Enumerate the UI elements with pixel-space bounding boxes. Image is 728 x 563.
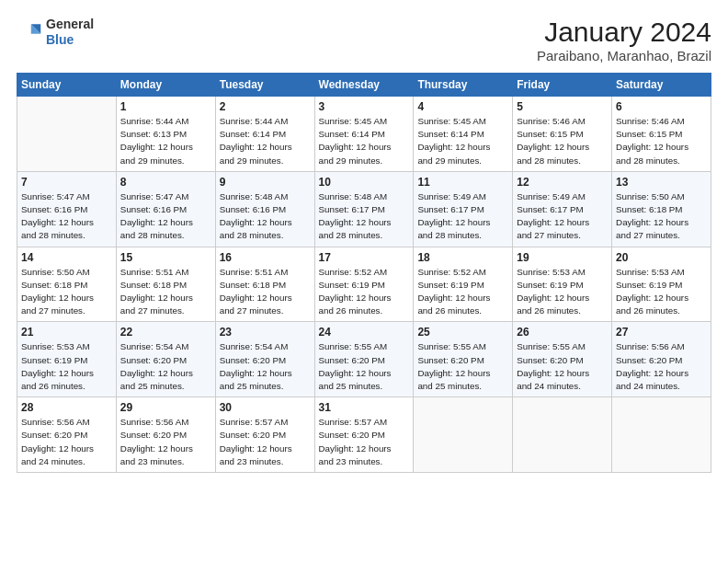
day-number: 28 bbox=[21, 401, 112, 414]
day-number: 5 bbox=[517, 100, 608, 113]
day-cell-23: 23Sunrise: 5:54 AM Sunset: 6:20 PM Dayli… bbox=[215, 322, 314, 397]
title-block: January 2024 Paraibano, Maranhao, Brazil bbox=[537, 17, 711, 63]
day-number: 31 bbox=[319, 401, 410, 414]
day-number: 14 bbox=[21, 251, 112, 264]
day-cell-11: 11Sunrise: 5:49 AM Sunset: 6:17 PM Dayli… bbox=[414, 171, 513, 247]
day-cell-12: 12Sunrise: 5:49 AM Sunset: 6:17 PM Dayli… bbox=[513, 171, 612, 247]
day-info: Sunrise: 5:47 AM Sunset: 6:16 PM Dayligh… bbox=[21, 190, 112, 243]
day-cell-13: 13Sunrise: 5:50 AM Sunset: 6:18 PM Dayli… bbox=[612, 171, 711, 247]
column-header-monday: Monday bbox=[116, 74, 215, 97]
day-info: Sunrise: 5:46 AM Sunset: 6:15 PM Dayligh… bbox=[616, 115, 707, 167]
day-cell-22: 22Sunrise: 5:54 AM Sunset: 6:20 PM Dayli… bbox=[116, 322, 215, 397]
day-cell-16: 16Sunrise: 5:51 AM Sunset: 6:18 PM Dayli… bbox=[215, 247, 314, 322]
day-cell-empty bbox=[612, 397, 711, 473]
day-info: Sunrise: 5:51 AM Sunset: 6:18 PM Dayligh… bbox=[220, 266, 311, 318]
day-number: 15 bbox=[120, 251, 211, 264]
day-cell-6: 6Sunrise: 5:46 AM Sunset: 6:15 PM Daylig… bbox=[612, 97, 711, 172]
day-cell-17: 17Sunrise: 5:52 AM Sunset: 6:19 PM Dayli… bbox=[314, 247, 414, 322]
day-info: Sunrise: 5:45 AM Sunset: 6:14 PM Dayligh… bbox=[319, 115, 410, 167]
calendar-body: 1Sunrise: 5:44 AM Sunset: 6:13 PM Daylig… bbox=[17, 97, 711, 473]
day-info: Sunrise: 5:49 AM Sunset: 6:17 PM Dayligh… bbox=[417, 190, 508, 243]
day-cell-empty bbox=[414, 397, 513, 473]
day-cell-29: 29Sunrise: 5:56 AM Sunset: 6:20 PM Dayli… bbox=[116, 397, 215, 473]
logo-icon bbox=[17, 19, 42, 45]
day-number: 23 bbox=[220, 326, 311, 339]
calendar-table: SundayMondayTuesdayWednesdayThursdayFrid… bbox=[17, 73, 711, 473]
day-number: 30 bbox=[220, 401, 311, 414]
day-info: Sunrise: 5:49 AM Sunset: 6:17 PM Dayligh… bbox=[517, 190, 608, 243]
day-info: Sunrise: 5:48 AM Sunset: 6:17 PM Dayligh… bbox=[319, 190, 410, 243]
logo-line1: General bbox=[46, 17, 94, 32]
day-cell-3: 3Sunrise: 5:45 AM Sunset: 6:14 PM Daylig… bbox=[314, 97, 414, 172]
day-info: Sunrise: 5:56 AM Sunset: 6:20 PM Dayligh… bbox=[21, 416, 112, 468]
column-header-friday: Friday bbox=[513, 74, 612, 97]
column-header-tuesday: Tuesday bbox=[215, 74, 314, 97]
day-cell-19: 19Sunrise: 5:53 AM Sunset: 6:19 PM Dayli… bbox=[513, 247, 612, 322]
day-info: Sunrise: 5:52 AM Sunset: 6:19 PM Dayligh… bbox=[417, 266, 508, 318]
day-info: Sunrise: 5:44 AM Sunset: 6:14 PM Dayligh… bbox=[220, 115, 311, 167]
day-cell-14: 14Sunrise: 5:50 AM Sunset: 6:18 PM Dayli… bbox=[17, 247, 117, 322]
day-number: 10 bbox=[319, 176, 410, 189]
day-cell-21: 21Sunrise: 5:53 AM Sunset: 6:19 PM Dayli… bbox=[17, 322, 117, 397]
day-number: 24 bbox=[319, 326, 410, 339]
day-number: 9 bbox=[220, 176, 311, 189]
day-number: 1 bbox=[120, 100, 211, 113]
day-cell-25: 25Sunrise: 5:55 AM Sunset: 6:20 PM Dayli… bbox=[414, 322, 513, 397]
day-cell-27: 27Sunrise: 5:56 AM Sunset: 6:20 PM Dayli… bbox=[612, 322, 711, 397]
subtitle: Paraibano, Maranhao, Brazil bbox=[537, 48, 711, 63]
day-info: Sunrise: 5:57 AM Sunset: 6:20 PM Dayligh… bbox=[319, 416, 410, 468]
day-number: 21 bbox=[21, 326, 112, 339]
day-number: 4 bbox=[417, 100, 508, 113]
day-cell-4: 4Sunrise: 5:45 AM Sunset: 6:14 PM Daylig… bbox=[414, 97, 513, 172]
day-cell-18: 18Sunrise: 5:52 AM Sunset: 6:19 PM Dayli… bbox=[414, 247, 513, 322]
day-number: 29 bbox=[120, 401, 211, 414]
day-info: Sunrise: 5:55 AM Sunset: 6:20 PM Dayligh… bbox=[517, 340, 608, 393]
day-info: Sunrise: 5:55 AM Sunset: 6:20 PM Dayligh… bbox=[319, 340, 410, 393]
week-row-3: 14Sunrise: 5:50 AM Sunset: 6:18 PM Dayli… bbox=[17, 247, 711, 322]
day-number: 12 bbox=[517, 176, 608, 189]
day-cell-2: 2Sunrise: 5:44 AM Sunset: 6:14 PM Daylig… bbox=[215, 97, 314, 172]
day-info: Sunrise: 5:48 AM Sunset: 6:16 PM Dayligh… bbox=[220, 190, 311, 243]
day-cell-20: 20Sunrise: 5:53 AM Sunset: 6:19 PM Dayli… bbox=[612, 247, 711, 322]
day-cell-empty bbox=[17, 97, 117, 172]
day-cell-1: 1Sunrise: 5:44 AM Sunset: 6:13 PM Daylig… bbox=[116, 97, 215, 172]
logo-line2: Blue bbox=[46, 32, 94, 48]
day-cell-9: 9Sunrise: 5:48 AM Sunset: 6:16 PM Daylig… bbox=[215, 171, 314, 247]
day-info: Sunrise: 5:51 AM Sunset: 6:18 PM Dayligh… bbox=[120, 266, 211, 318]
column-header-saturday: Saturday bbox=[612, 74, 711, 97]
day-cell-24: 24Sunrise: 5:55 AM Sunset: 6:20 PM Dayli… bbox=[314, 322, 414, 397]
day-number: 3 bbox=[319, 100, 410, 113]
calendar-header-row: SundayMondayTuesdayWednesdayThursdayFrid… bbox=[17, 74, 711, 97]
day-cell-15: 15Sunrise: 5:51 AM Sunset: 6:18 PM Dayli… bbox=[116, 247, 215, 322]
day-number: 26 bbox=[517, 326, 608, 339]
day-number: 2 bbox=[220, 100, 311, 113]
day-cell-8: 8Sunrise: 5:47 AM Sunset: 6:16 PM Daylig… bbox=[116, 171, 215, 247]
day-info: Sunrise: 5:57 AM Sunset: 6:20 PM Dayligh… bbox=[220, 416, 311, 468]
day-info: Sunrise: 5:44 AM Sunset: 6:13 PM Dayligh… bbox=[120, 115, 211, 167]
day-info: Sunrise: 5:52 AM Sunset: 6:19 PM Dayligh… bbox=[319, 266, 410, 318]
day-info: Sunrise: 5:46 AM Sunset: 6:15 PM Dayligh… bbox=[517, 115, 608, 167]
day-info: Sunrise: 5:54 AM Sunset: 6:20 PM Dayligh… bbox=[220, 340, 311, 393]
day-number: 17 bbox=[319, 251, 410, 264]
day-info: Sunrise: 5:53 AM Sunset: 6:19 PM Dayligh… bbox=[616, 266, 707, 318]
day-cell-26: 26Sunrise: 5:55 AM Sunset: 6:20 PM Dayli… bbox=[513, 322, 612, 397]
week-row-2: 7Sunrise: 5:47 AM Sunset: 6:16 PM Daylig… bbox=[17, 171, 711, 247]
logo: General Blue bbox=[17, 17, 94, 48]
day-number: 18 bbox=[417, 251, 508, 264]
week-row-4: 21Sunrise: 5:53 AM Sunset: 6:19 PM Dayli… bbox=[17, 322, 711, 397]
day-info: Sunrise: 5:53 AM Sunset: 6:19 PM Dayligh… bbox=[21, 340, 112, 393]
day-info: Sunrise: 5:56 AM Sunset: 6:20 PM Dayligh… bbox=[120, 416, 211, 468]
day-info: Sunrise: 5:56 AM Sunset: 6:20 PM Dayligh… bbox=[616, 340, 707, 393]
day-number: 22 bbox=[120, 326, 211, 339]
column-header-thursday: Thursday bbox=[414, 74, 513, 97]
day-number: 13 bbox=[616, 176, 707, 189]
main-title: January 2024 bbox=[537, 17, 711, 48]
day-info: Sunrise: 5:47 AM Sunset: 6:16 PM Dayligh… bbox=[120, 190, 211, 243]
day-info: Sunrise: 5:53 AM Sunset: 6:19 PM Dayligh… bbox=[517, 266, 608, 318]
column-header-sunday: Sunday bbox=[17, 74, 117, 97]
day-number: 6 bbox=[616, 100, 707, 113]
day-info: Sunrise: 5:55 AM Sunset: 6:20 PM Dayligh… bbox=[417, 340, 508, 393]
day-cell-30: 30Sunrise: 5:57 AM Sunset: 6:20 PM Dayli… bbox=[215, 397, 314, 473]
column-header-wednesday: Wednesday bbox=[314, 74, 414, 97]
day-cell-31: 31Sunrise: 5:57 AM Sunset: 6:20 PM Dayli… bbox=[314, 397, 414, 473]
